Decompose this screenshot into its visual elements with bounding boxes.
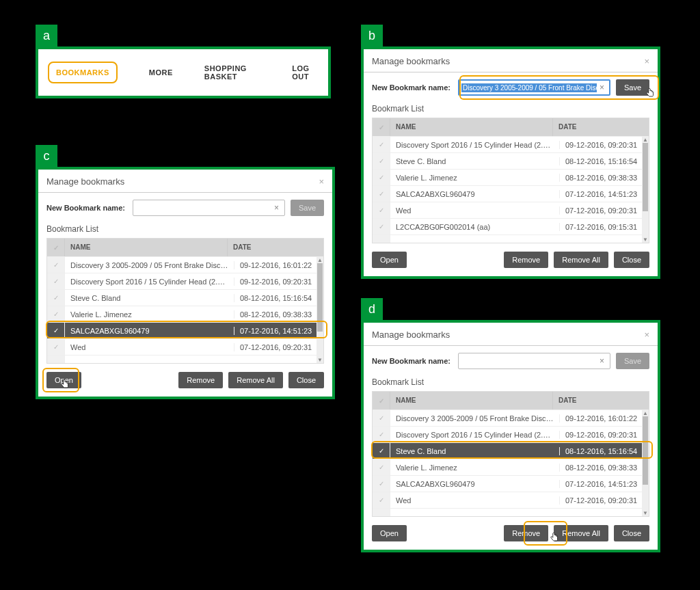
scrollbar[interactable]: ▲ ▼ <box>642 136 649 243</box>
dialog-close-button[interactable]: × <box>319 176 324 187</box>
close-button[interactable]: Close <box>614 525 649 541</box>
column-header-name[interactable]: NAME <box>65 239 228 256</box>
table-row[interactable]: ✓ Discovery 3 2005-2009 / 05 Front Brake… <box>47 256 323 273</box>
remove-all-button[interactable]: Remove All <box>554 525 608 541</box>
remove-all-button[interactable]: Remove All <box>554 252 608 268</box>
remove-button[interactable]: Remove <box>178 372 223 388</box>
save-button[interactable]: Save <box>616 79 649 96</box>
dialog-title: Manage bookmarks <box>372 56 450 66</box>
close-button[interactable]: Close <box>288 372 324 388</box>
table-row[interactable]: ✓ Valerie L. Jimenez 08-12-2016, 09:38:3… <box>47 306 323 322</box>
nav-logout[interactable]: LOG OUT <box>292 64 319 81</box>
table-row[interactable]: ✓ Steve C. Bland 08-12-2016, 15:16:54 <box>373 152 649 169</box>
scrollbar[interactable]: ▲ ▼ <box>317 256 323 363</box>
column-header-date[interactable]: DATE <box>228 239 317 256</box>
column-header-check[interactable]: ✓ <box>373 392 390 410</box>
column-header-check[interactable]: ✓ <box>373 118 390 136</box>
input-clear-icon[interactable]: × <box>271 203 282 213</box>
table-row[interactable]: ✓ Wed 07-12-2016, 09:20:31 <box>373 492 649 508</box>
table-row[interactable]: ✓ Steve C. Bland 08-12-2016, 15:16:54 <box>47 289 323 306</box>
table-row[interactable] <box>373 508 649 516</box>
bookmark-list-title: Bookmark List <box>46 224 324 234</box>
close-button[interactable]: Close <box>614 252 649 268</box>
new-bookmark-label: New Bookmark name: <box>372 83 453 92</box>
new-bookmark-input-value: Discovery 3 2005-2009 / 05 Front Brake D… <box>461 83 597 92</box>
table-row[interactable]: ✓ SALCA2ABXGL960479 07-12-2016, 14:51:23 <box>47 322 323 338</box>
dialog-title: Manage bookmarks <box>46 176 124 187</box>
column-header-name[interactable]: NAME <box>390 118 553 136</box>
dialog-close-button[interactable]: × <box>644 56 649 66</box>
table-row[interactable]: ✓ L2CCA2BG0FG002014 (aa) 07-12-2016, 09:… <box>373 218 649 234</box>
new-bookmark-input[interactable]: × <box>458 353 610 369</box>
column-header-date[interactable]: DATE <box>553 118 642 136</box>
new-bookmark-label: New Bookmark name: <box>46 204 127 212</box>
open-button[interactable]: Open <box>372 252 407 268</box>
table-row[interactable]: ✓ Wed 07-12-2016, 09:20:31 <box>373 202 649 218</box>
remove-button[interactable]: Remove <box>504 525 548 541</box>
dialog-close-button[interactable]: × <box>644 330 649 340</box>
scrollbar[interactable]: ▲ ▼ <box>642 410 649 516</box>
table-row[interactable]: ✓ Valerie L. Jimenez 08-12-2016, 09:38:3… <box>373 459 649 475</box>
panel-letter-d: d <box>361 298 383 320</box>
open-button[interactable]: Open <box>46 372 81 388</box>
input-clear-icon[interactable]: × <box>597 83 607 92</box>
table-row[interactable]: ✓ Wed 07-12-2016, 09:20:31 <box>47 338 323 355</box>
table-row[interactable] <box>373 234 649 243</box>
remove-button[interactable]: Remove <box>504 252 548 268</box>
panel-letter-c: c <box>36 145 57 167</box>
table-row[interactable]: ✓ Discovery Sport 2016 / 15 Cylinder Hea… <box>373 136 649 152</box>
input-clear-icon[interactable]: × <box>597 356 607 366</box>
panel-letter-a: a <box>36 25 57 46</box>
bookmark-list-title: Bookmark List <box>372 104 649 113</box>
table-row[interactable]: ✓ Valerie L. Jimenez 08-12-2016, 09:38:3… <box>373 169 649 185</box>
new-bookmark-label: New Bookmark name: <box>372 357 453 365</box>
table-row[interactable] <box>47 355 323 363</box>
remove-all-button[interactable]: Remove All <box>228 372 283 388</box>
nav-bookmarks[interactable]: BOOKMARKS <box>48 62 118 83</box>
bookmark-list-title: Bookmark List <box>372 377 649 387</box>
dialog-title: Manage bookmarks <box>372 330 450 340</box>
new-bookmark-input[interactable]: Discovery 3 2005-2009 / 05 Front Brake D… <box>458 79 610 96</box>
save-button[interactable]: Save <box>616 353 649 369</box>
table-row[interactable]: ✓ Discovery Sport 2016 / 15 Cylinder Hea… <box>47 273 323 289</box>
table-row[interactable]: ✓ SALCA2ABXGL960479 07-12-2016, 14:51:23 <box>373 475 649 492</box>
column-header-date[interactable]: DATE <box>553 392 642 410</box>
column-header-check[interactable]: ✓ <box>47 239 65 256</box>
nav-shopping-basket[interactable]: SHOPPING BASKET <box>204 64 260 81</box>
table-row[interactable]: ✓ Discovery 3 2005-2009 / 05 Front Brake… <box>373 410 649 426</box>
table-row[interactable]: ✓ SALCA2ABXGL960479 07-12-2016, 14:51:23 <box>373 185 649 202</box>
table-row[interactable]: ✓ Steve C. Bland 08-12-2016, 15:16:54 <box>373 442 649 459</box>
nav-more[interactable]: MORE <box>149 68 173 77</box>
panel-letter-b: b <box>361 25 383 46</box>
open-button[interactable]: Open <box>372 525 407 541</box>
table-row[interactable]: ✓ Discovery Sport 2016 / 15 Cylinder Hea… <box>373 426 649 442</box>
new-bookmark-input[interactable]: × <box>133 200 285 216</box>
save-button[interactable]: Save <box>291 200 324 216</box>
column-header-name[interactable]: NAME <box>390 392 553 410</box>
